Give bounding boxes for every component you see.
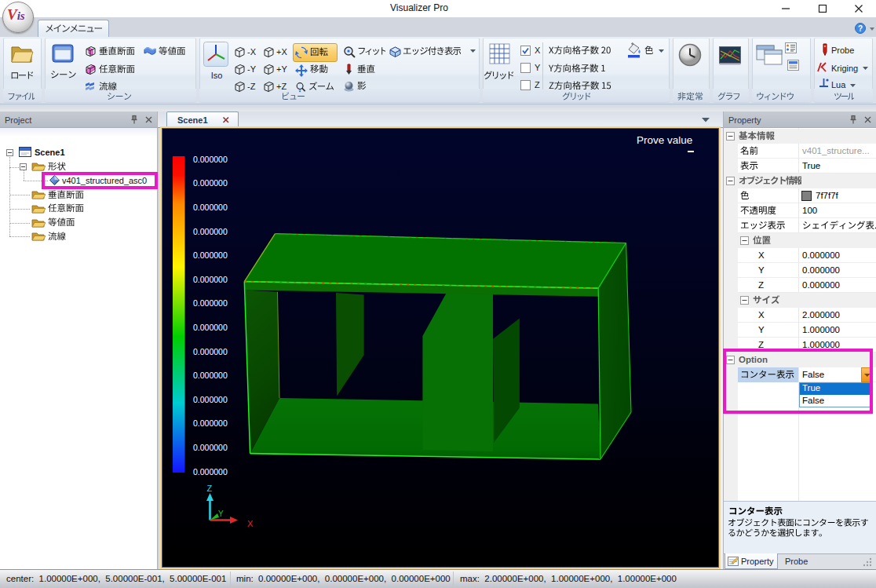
svg-text:0.000000: 0.000000 [193, 323, 228, 332]
svg-text:0.000000: 0.000000 [193, 227, 228, 236]
svg-text:Y: Y [218, 509, 224, 518]
svg-text:0.000000: 0.000000 [193, 443, 228, 452]
svg-text:0.000000: 0.000000 [193, 155, 228, 164]
svg-text:?: ? [858, 24, 863, 33]
svg-text:0.000000: 0.000000 [193, 371, 228, 380]
svg-text:0.000000: 0.000000 [193, 275, 228, 284]
svg-text:0.000000: 0.000000 [193, 418, 228, 428]
svg-text:Z: Z [207, 484, 213, 493]
svg-text:0.000000: 0.000000 [193, 395, 228, 404]
svg-text:0.000000: 0.000000 [193, 347, 228, 356]
svg-text:X: X [247, 519, 254, 528]
svg-text:0.000000: 0.000000 [193, 178, 228, 188]
svg-text:0.000000: 0.000000 [193, 250, 228, 260]
svg-text:0.000000: 0.000000 [193, 203, 228, 212]
svg-text:0.000000: 0.000000 [193, 298, 228, 308]
svg-text:Prove value: Prove value [637, 134, 692, 146]
svg-text:0.000000: 0.000000 [193, 467, 228, 477]
